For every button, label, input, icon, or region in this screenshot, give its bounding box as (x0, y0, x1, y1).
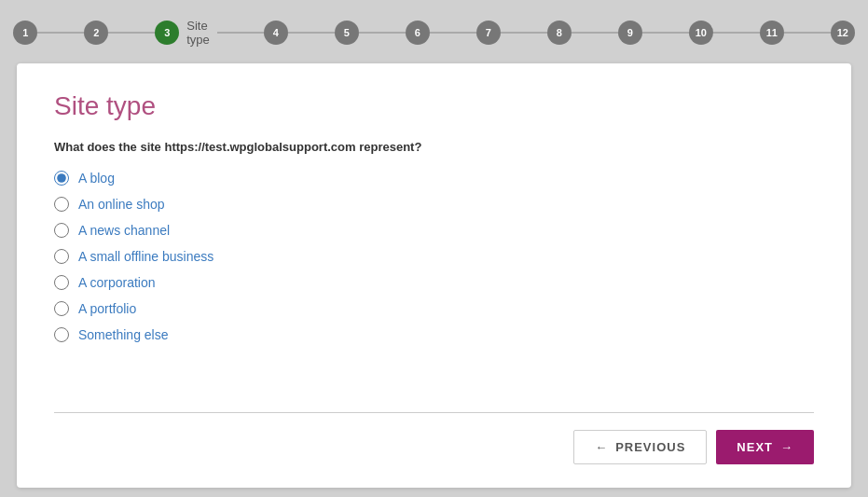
option-offline[interactable]: A small offline business (54, 249, 814, 264)
step-line-11 (784, 32, 831, 34)
next-button-label: NEXT (737, 440, 773, 454)
radio-shop[interactable] (54, 197, 69, 212)
step-10: 10 (689, 21, 713, 45)
step-line-6 (430, 32, 476, 34)
step-5: 5 (335, 21, 359, 45)
step-line-5 (359, 32, 406, 34)
step-3: 3 (155, 21, 179, 45)
options-list: A blog An online shop A news channel A s… (54, 171, 814, 342)
step-1: 1 (13, 21, 37, 45)
page-container: 1 2 3 Site type 4 5 6 7 8 9 10 11 12 (0, 0, 868, 497)
step-3-label: Site type (186, 19, 210, 47)
previous-button[interactable]: ← PREVIOUS (573, 430, 707, 464)
option-other-label: Something else (78, 327, 169, 342)
question-text: What does the site https://test.wpglobal… (54, 140, 814, 154)
radio-offline[interactable] (54, 249, 69, 264)
option-blog-label: A blog (78, 171, 115, 186)
step-7: 7 (476, 21, 501, 45)
option-other[interactable]: Something else (54, 327, 814, 342)
option-corp[interactable]: A corporation (54, 275, 814, 290)
footer-buttons: ← PREVIOUS NEXT → (54, 430, 814, 464)
radio-portfolio[interactable] (54, 301, 69, 316)
option-portfolio-label: A portfolio (78, 301, 136, 316)
step-line-3 (217, 32, 264, 34)
radio-other[interactable] (54, 327, 69, 342)
step-line-10 (713, 32, 760, 34)
step-line-7 (501, 32, 547, 34)
step-line-4 (288, 32, 335, 34)
steps-container: 1 2 3 Site type 4 5 6 7 8 9 10 11 12 (13, 19, 855, 47)
step-4: 4 (264, 21, 288, 45)
next-arrow-icon: → (780, 440, 793, 454)
radio-news[interactable] (54, 223, 69, 238)
step-12: 12 (831, 21, 855, 45)
step-9: 9 (618, 21, 642, 45)
divider (54, 412, 814, 413)
step-2: 2 (84, 21, 108, 45)
step-8: 8 (547, 21, 572, 45)
option-portfolio[interactable]: A portfolio (54, 301, 814, 316)
option-news-label: A news channel (78, 223, 170, 238)
step-line-2 (108, 32, 155, 34)
step-11: 11 (760, 21, 784, 45)
previous-button-label: PREVIOUS (615, 440, 685, 454)
progress-bar: 1 2 3 Site type 4 5 6 7 8 9 10 11 12 (9, 9, 859, 56)
previous-arrow-icon: ← (595, 440, 608, 454)
page-title: Site type (54, 91, 814, 121)
option-shop[interactable]: An online shop (54, 197, 814, 212)
step-line-1 (37, 32, 84, 34)
step-6: 6 (406, 21, 430, 45)
step-line-9 (642, 32, 689, 34)
step-line-8 (572, 32, 618, 34)
option-offline-label: A small offline business (78, 249, 214, 264)
option-blog[interactable]: A blog (54, 171, 814, 186)
next-button[interactable]: NEXT → (716, 430, 814, 464)
main-card: Site type What does the site https://tes… (17, 63, 851, 488)
radio-blog[interactable] (54, 171, 69, 186)
option-corp-label: A corporation (78, 275, 156, 290)
option-shop-label: An online shop (78, 197, 165, 212)
radio-corp[interactable] (54, 275, 69, 290)
option-news[interactable]: A news channel (54, 223, 814, 238)
